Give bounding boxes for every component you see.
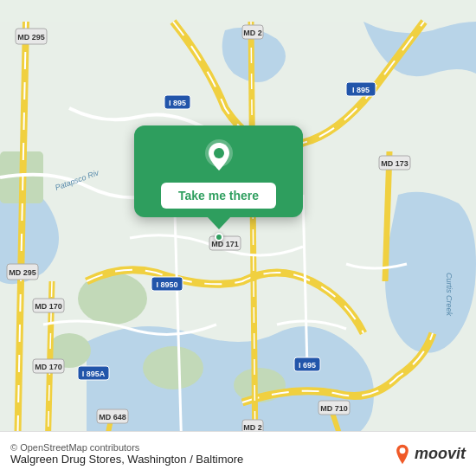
svg-text:MD 648: MD 648 [99,413,126,421]
svg-text:MD 171: MD 171 [211,240,239,248]
svg-text:MD 173: MD 173 [381,159,408,168]
map-attribution: © OpenStreetMap contributors [10,442,394,453]
map-pin-dot [215,233,223,241]
svg-text:I 695: I 695 [299,361,316,370]
location-pin-icon [200,138,238,176]
popup-card: Take me there [134,125,303,217]
svg-text:I 895A: I 895A [82,370,106,378]
svg-text:MD 710: MD 710 [320,404,348,413]
svg-text:Curtis Creek: Curtis Creek [445,273,453,317]
map-container: MD 295 MD 2 I 895 I 895 MD 295 I 8950 MD… [0,0,476,476]
location-label: Walgreen Drug Stores, Washington / Balti… [10,453,385,466]
svg-point-2 [143,346,203,389]
bottom-bar: © OpenStreetMap contributors Walgreen Dr… [0,431,476,476]
svg-text:I 8950: I 8950 [156,280,177,289]
moovit-brand-text: moovit [415,445,466,463]
moovit-pin-icon [394,444,411,465]
svg-text:MD 170: MD 170 [35,363,62,371]
svg-text:MD 2: MD 2 [243,29,262,37]
moovit-logo: moovit [394,444,466,465]
svg-text:I 895: I 895 [352,86,370,94]
svg-text:MD 170: MD 170 [35,302,62,311]
take-me-there-button[interactable]: Take me there [161,183,276,209]
svg-text:I 895: I 895 [169,99,186,107]
svg-point-39 [214,148,224,158]
map-background: MD 295 MD 2 I 895 I 895 MD 295 I 8950 MD… [0,0,476,476]
svg-text:MD 295: MD 295 [9,268,36,277]
svg-point-40 [400,447,406,453]
svg-text:MD 295: MD 295 [17,33,45,42]
